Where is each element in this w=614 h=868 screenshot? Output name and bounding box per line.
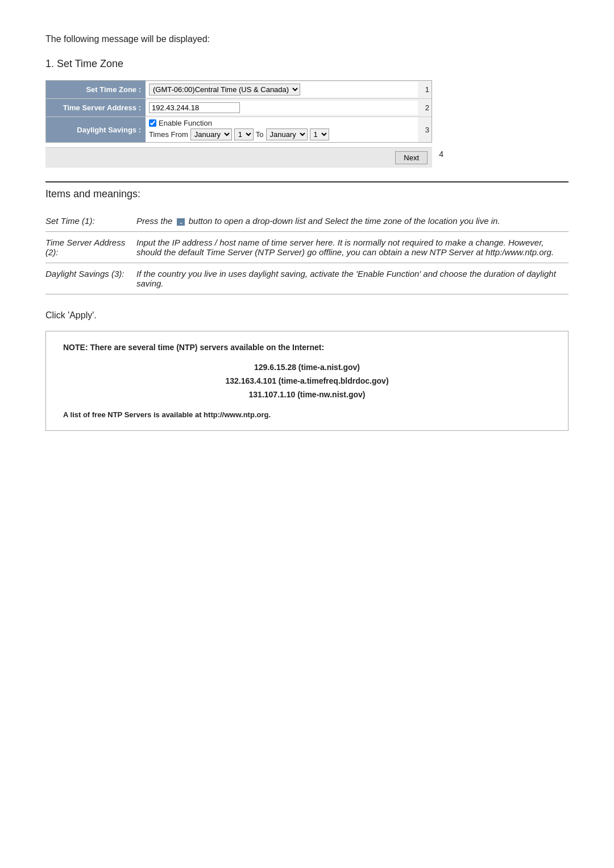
time-server-address-row: Time Server Address : 2 xyxy=(46,99,432,117)
item-row-3: Daylight Savings (3): If the country you… xyxy=(45,263,569,294)
ntp-server-1: 129.6.15.28 (time-a.nist.gov) xyxy=(63,361,551,375)
note-footer: A list of free NTP Servers is available … xyxy=(63,410,551,419)
enable-function-checkbox[interactable] xyxy=(149,119,156,127)
intro-text: The following message will be displayed: xyxy=(45,34,569,44)
set-time-zone-select[interactable]: (GMT-06:00)Central Time (US & Canada) xyxy=(149,84,300,95)
daylight-savings-label: Daylight Savings : xyxy=(46,117,146,142)
settings-box: Set Time Zone : (GMT-06:00)Central Time … xyxy=(45,80,432,143)
next-button-row: Next xyxy=(45,147,432,168)
set-time-zone-label: Set Time Zone : xyxy=(46,81,146,98)
time-server-address-value xyxy=(146,101,418,115)
to-day-select[interactable]: 1 xyxy=(310,128,329,140)
set-time-zone-row: Set Time Zone : (GMT-06:00)Central Time … xyxy=(46,81,432,99)
items-section: Items and meanings: Set Time (1): Press … xyxy=(45,181,569,294)
items-table: Set Time (1): Press the ⌄ button to open… xyxy=(45,210,569,294)
from-day-select[interactable]: 1 xyxy=(234,128,254,140)
times-from-label: Times From xyxy=(149,130,188,139)
to-label: To xyxy=(256,130,264,139)
row1-number: 1 xyxy=(418,85,432,94)
item-term-2: Time Server Address (2): xyxy=(45,232,136,263)
row4-number: 4 xyxy=(432,147,446,161)
to-month-select[interactable]: January xyxy=(266,128,308,140)
items-title: Items and meanings: xyxy=(45,188,569,200)
item-desc-1: Press the ⌄ button to open a drop-down l… xyxy=(136,210,569,232)
dropdown-icon: ⌄ xyxy=(177,218,185,226)
item-desc-2: Input the IP address / host name of time… xyxy=(136,232,569,263)
item-row-1: Set Time (1): Press the ⌄ button to open… xyxy=(45,210,569,232)
daylight-inner: Enable Function Times From January 1 To … xyxy=(149,119,329,140)
item-desc-3: If the country you live in uses daylight… xyxy=(136,263,569,294)
set-time-zone-value: (GMT-06:00)Central Time (US & Canada) xyxy=(146,82,418,97)
ntp-servers: 129.6.15.28 (time-a.nist.gov) 132.163.4.… xyxy=(63,361,551,401)
row2-number: 2 xyxy=(418,103,432,112)
daylight-times-row: Times From January 1 To January 1 xyxy=(149,128,329,140)
section-title: 1. Set Time Zone xyxy=(45,58,569,70)
next-button[interactable]: Next xyxy=(395,151,428,164)
next-row-wrapper: Next 4 xyxy=(45,147,446,168)
item-term-3: Daylight Savings (3): xyxy=(45,263,136,294)
item-row-2: Time Server Address (2): Input the IP ad… xyxy=(45,232,569,263)
time-server-address-input[interactable] xyxy=(149,102,240,113)
row3-number: 3 xyxy=(418,126,432,134)
click-apply-text: Click 'Apply'. xyxy=(45,310,569,321)
enable-function-label: Enable Function xyxy=(159,119,212,127)
daylight-savings-row: Daylight Savings : Enable Function Times… xyxy=(46,117,432,142)
item-term-1: Set Time (1): xyxy=(45,210,136,232)
from-month-select[interactable]: January xyxy=(190,128,232,140)
note-title: NOTE: There are several time (NTP) serve… xyxy=(63,343,551,352)
time-server-address-label: Time Server Address : xyxy=(46,99,146,117)
ntp-server-2: 132.163.4.101 (time-a.timefreq.bldrdoc.g… xyxy=(63,375,551,388)
note-box: NOTE: There are several time (NTP) serve… xyxy=(45,331,569,431)
daylight-savings-value: Enable Function Times From January 1 To … xyxy=(146,117,418,142)
ntp-server-3: 131.107.1.10 (time-nw.nist.gov) xyxy=(63,388,551,402)
